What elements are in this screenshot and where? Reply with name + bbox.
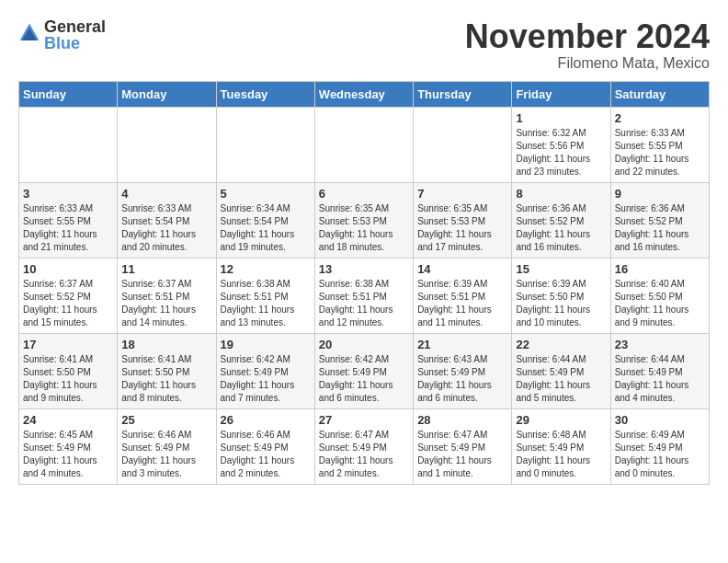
- logo: General Blue: [18, 18, 106, 52]
- column-header-saturday: Saturday: [610, 81, 709, 107]
- day-info: Sunrise: 6:47 AM Sunset: 5:49 PM Dayligh…: [417, 429, 507, 480]
- day-info: Sunrise: 6:42 AM Sunset: 5:49 PM Dayligh…: [221, 353, 311, 405]
- calendar-cell: 23Sunrise: 6:44 AM Sunset: 5:49 PM Dayli…: [610, 333, 709, 408]
- day-number: 12: [221, 262, 311, 276]
- day-number: 10: [23, 262, 113, 276]
- calendar-cell: 24Sunrise: 6:45 AM Sunset: 5:49 PM Dayli…: [19, 408, 118, 484]
- day-info: Sunrise: 6:44 AM Sunset: 5:49 PM Dayligh…: [516, 353, 606, 405]
- day-info: Sunrise: 6:46 AM Sunset: 5:49 PM Dayligh…: [221, 429, 311, 480]
- calendar-cell: [216, 107, 314, 182]
- calendar-cell: 9Sunrise: 6:36 AM Sunset: 5:52 PM Daylig…: [610, 182, 709, 258]
- column-header-sunday: Sunday: [19, 81, 118, 107]
- header-row: SundayMondayTuesdayWednesdayThursdayFrid…: [19, 81, 710, 107]
- week-row-3: 10Sunrise: 6:37 AM Sunset: 5:52 PM Dayli…: [19, 258, 710, 333]
- day-number: 25: [121, 413, 211, 427]
- day-info: Sunrise: 6:43 AM Sunset: 5:49 PM Dayligh…: [417, 353, 507, 405]
- calendar-cell: 13Sunrise: 6:38 AM Sunset: 5:51 PM Dayli…: [314, 258, 413, 333]
- day-number: 20: [319, 338, 409, 351]
- calendar-cell: 11Sunrise: 6:37 AM Sunset: 5:51 PM Dayli…: [118, 258, 216, 333]
- calendar-cell: 8Sunrise: 6:36 AM Sunset: 5:52 PM Daylig…: [512, 182, 610, 258]
- month-title: November 2024: [465, 18, 710, 55]
- calendar-cell: 4Sunrise: 6:33 AM Sunset: 5:54 PM Daylig…: [118, 182, 216, 258]
- calendar-cell: [414, 107, 512, 182]
- week-row-4: 17Sunrise: 6:41 AM Sunset: 5:50 PM Dayli…: [19, 333, 710, 408]
- day-number: 4: [121, 187, 211, 201]
- calendar-cell: 21Sunrise: 6:43 AM Sunset: 5:49 PM Dayli…: [414, 333, 512, 408]
- day-info: Sunrise: 6:48 AM Sunset: 5:49 PM Dayligh…: [516, 429, 606, 480]
- day-number: 1: [516, 111, 606, 125]
- day-number: 23: [615, 338, 705, 351]
- day-info: Sunrise: 6:37 AM Sunset: 5:52 PM Dayligh…: [23, 278, 113, 329]
- day-info: Sunrise: 6:36 AM Sunset: 5:52 PM Dayligh…: [516, 202, 606, 254]
- calendar-table: SundayMondayTuesdayWednesdayThursdayFrid…: [18, 81, 710, 485]
- calendar-cell: 15Sunrise: 6:39 AM Sunset: 5:50 PM Dayli…: [512, 258, 610, 333]
- calendar-cell: 5Sunrise: 6:34 AM Sunset: 5:54 PM Daylig…: [216, 182, 314, 258]
- logo-blue: Blue: [44, 35, 106, 52]
- day-info: Sunrise: 6:40 AM Sunset: 5:50 PM Dayligh…: [615, 278, 705, 329]
- day-number: 17: [23, 338, 113, 351]
- week-row-5: 24Sunrise: 6:45 AM Sunset: 5:49 PM Dayli…: [19, 408, 710, 484]
- day-number: 16: [615, 262, 705, 276]
- calendar-cell: 17Sunrise: 6:41 AM Sunset: 5:50 PM Dayli…: [19, 333, 118, 408]
- day-info: Sunrise: 6:42 AM Sunset: 5:49 PM Dayligh…: [319, 353, 409, 405]
- day-number: 26: [221, 413, 311, 427]
- day-number: 29: [516, 413, 606, 427]
- day-info: Sunrise: 6:33 AM Sunset: 5:54 PM Dayligh…: [121, 202, 211, 254]
- calendar-cell: 6Sunrise: 6:35 AM Sunset: 5:53 PM Daylig…: [314, 182, 413, 258]
- day-number: 30: [615, 413, 705, 427]
- week-row-2: 3Sunrise: 6:33 AM Sunset: 5:55 PM Daylig…: [19, 182, 710, 258]
- day-info: Sunrise: 6:32 AM Sunset: 5:56 PM Dayligh…: [516, 127, 606, 178]
- calendar-cell: [19, 107, 118, 182]
- day-info: Sunrise: 6:45 AM Sunset: 5:49 PM Dayligh…: [23, 429, 113, 480]
- day-info: Sunrise: 6:41 AM Sunset: 5:50 PM Dayligh…: [121, 353, 211, 405]
- calendar-cell: 1Sunrise: 6:32 AM Sunset: 5:56 PM Daylig…: [512, 107, 610, 182]
- day-number: 2: [615, 111, 705, 125]
- location-title: Filomeno Mata, Mexico: [465, 55, 710, 72]
- calendar-cell: 12Sunrise: 6:38 AM Sunset: 5:51 PM Dayli…: [216, 258, 314, 333]
- day-number: 11: [121, 262, 211, 276]
- calendar-cell: [118, 107, 216, 182]
- day-info: Sunrise: 6:38 AM Sunset: 5:51 PM Dayligh…: [221, 278, 311, 329]
- day-number: 19: [221, 338, 311, 351]
- day-number: 9: [615, 187, 705, 201]
- calendar-cell: 19Sunrise: 6:42 AM Sunset: 5:49 PM Dayli…: [216, 333, 314, 408]
- day-info: Sunrise: 6:41 AM Sunset: 5:50 PM Dayligh…: [23, 353, 113, 405]
- calendar-cell: 18Sunrise: 6:41 AM Sunset: 5:50 PM Dayli…: [118, 333, 216, 408]
- column-header-wednesday: Wednesday: [314, 81, 413, 107]
- day-number: 22: [516, 338, 606, 351]
- calendar-body: 1Sunrise: 6:32 AM Sunset: 5:56 PM Daylig…: [19, 107, 710, 484]
- day-info: Sunrise: 6:35 AM Sunset: 5:53 PM Dayligh…: [319, 202, 409, 254]
- day-info: Sunrise: 6:33 AM Sunset: 5:55 PM Dayligh…: [23, 202, 113, 254]
- calendar-cell: 30Sunrise: 6:49 AM Sunset: 5:49 PM Dayli…: [610, 408, 709, 484]
- calendar-cell: 25Sunrise: 6:46 AM Sunset: 5:49 PM Dayli…: [118, 408, 216, 484]
- day-number: 28: [417, 413, 507, 427]
- page-header: General Blue November 2024 Filomeno Mata…: [18, 18, 710, 72]
- calendar-cell: 22Sunrise: 6:44 AM Sunset: 5:49 PM Dayli…: [512, 333, 610, 408]
- day-number: 8: [516, 187, 606, 201]
- column-header-thursday: Thursday: [414, 81, 512, 107]
- day-info: Sunrise: 6:36 AM Sunset: 5:52 PM Dayligh…: [615, 202, 705, 254]
- calendar-cell: 3Sunrise: 6:33 AM Sunset: 5:55 PM Daylig…: [19, 182, 118, 258]
- calendar-cell: 14Sunrise: 6:39 AM Sunset: 5:51 PM Dayli…: [414, 258, 512, 333]
- day-number: 5: [221, 187, 311, 201]
- calendar-cell: 29Sunrise: 6:48 AM Sunset: 5:49 PM Dayli…: [512, 408, 610, 484]
- calendar-cell: 28Sunrise: 6:47 AM Sunset: 5:49 PM Dayli…: [414, 408, 512, 484]
- day-info: Sunrise: 6:38 AM Sunset: 5:51 PM Dayligh…: [319, 278, 409, 329]
- logo-general: General: [44, 18, 106, 35]
- column-header-monday: Monday: [118, 81, 216, 107]
- day-number: 27: [319, 413, 409, 427]
- day-info: Sunrise: 6:44 AM Sunset: 5:49 PM Dayligh…: [615, 353, 705, 405]
- day-info: Sunrise: 6:37 AM Sunset: 5:51 PM Dayligh…: [121, 278, 211, 329]
- calendar-cell: 10Sunrise: 6:37 AM Sunset: 5:52 PM Dayli…: [19, 258, 118, 333]
- day-number: 13: [319, 262, 409, 276]
- day-number: 15: [516, 262, 606, 276]
- day-number: 3: [23, 187, 113, 201]
- day-number: 18: [121, 338, 211, 351]
- day-number: 21: [417, 338, 507, 351]
- calendar-cell: 20Sunrise: 6:42 AM Sunset: 5:49 PM Dayli…: [314, 333, 413, 408]
- day-info: Sunrise: 6:34 AM Sunset: 5:54 PM Dayligh…: [221, 202, 311, 254]
- day-info: Sunrise: 6:39 AM Sunset: 5:51 PM Dayligh…: [417, 278, 507, 329]
- day-info: Sunrise: 6:49 AM Sunset: 5:49 PM Dayligh…: [615, 429, 705, 480]
- day-number: 7: [417, 187, 507, 201]
- week-row-1: 1Sunrise: 6:32 AM Sunset: 5:56 PM Daylig…: [19, 107, 710, 182]
